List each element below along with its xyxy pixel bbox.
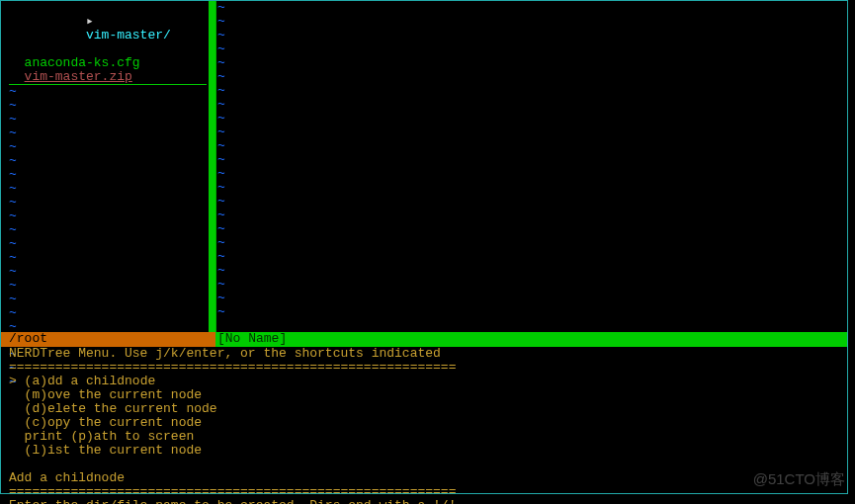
tilde-line: ~: [217, 292, 847, 305]
menu-action-label: Add a childnode: [9, 471, 839, 485]
status-right: [No Name]: [215, 332, 847, 347]
tilde-line: ~: [217, 29, 847, 42]
empty-lines-right: ~~~~~~~~~~~~~~~~~~~~~~~: [217, 1, 847, 319]
tilde-line: ~: [9, 113, 209, 126]
tilde-line: ~: [217, 15, 847, 29]
menu-items[interactable]: (a)dd a childnode(m)ove the current node…: [9, 375, 839, 458]
tilde-line: ~: [9, 279, 209, 293]
menu-item-1[interactable]: (m)ove the current node: [9, 388, 839, 402]
tilde-line: ~: [217, 1, 847, 15]
tree-root-label: vim-master/: [86, 28, 171, 42]
tilde-line: ~: [9, 85, 209, 99]
menu-prompt: Enter the dir/file name to be created. D…: [9, 499, 839, 504]
tilde-line: ~: [9, 237, 209, 251]
tilde-line: ~: [217, 56, 847, 70]
tilde-line: ~: [9, 196, 209, 210]
tilde-line: ~: [9, 154, 209, 168]
status-left: /root: [1, 332, 215, 347]
tilde-line: ~: [9, 168, 209, 182]
split-panes: ▸ vim-master/ anaconda-ks.cfg vim-master…: [1, 1, 847, 332]
tilde-line: ~: [9, 140, 209, 154]
nerdtree-menu: NERDTree Menu. Use j/k/enter, or the sho…: [1, 347, 847, 504]
menu-title: NERDTree Menu. Use j/k/enter, or the sho…: [9, 347, 839, 361]
tilde-line: ~: [217, 153, 847, 167]
tree-collapse-icon: ▸: [86, 14, 94, 29]
menu-item-2[interactable]: (d)elete the current node: [9, 402, 839, 416]
tilde-line: ~: [9, 293, 209, 306]
tilde-line: ~: [217, 305, 847, 319]
tree-file-0[interactable]: anaconda-ks.cfg: [1, 56, 209, 70]
tilde-line: ~: [9, 223, 209, 237]
tilde-line: ~: [217, 222, 847, 236]
menu-item-0[interactable]: (a)dd a childnode: [9, 375, 839, 388]
menu-divider-bottom: ========================================…: [9, 485, 839, 499]
tilde-line: ~: [217, 112, 847, 126]
menu-divider-top: ========================================…: [9, 361, 839, 375]
tilde-line: ~: [217, 236, 847, 250]
tilde-line: ~: [217, 250, 847, 264]
tilde-line: ~: [217, 70, 847, 84]
tilde-line: ~: [217, 181, 847, 195]
tree-file-label: anaconda-ks.cfg: [25, 55, 140, 70]
tilde-line: ~: [9, 99, 209, 113]
tilde-line: ~: [217, 98, 847, 112]
vim-terminal: ▸ vim-master/ anaconda-ks.cfg vim-master…: [0, 0, 848, 494]
tilde-line: ~: [217, 209, 847, 222]
vertical-split-bar[interactable]: [209, 1, 215, 332]
tilde-line: ~: [9, 251, 209, 265]
tilde-line: ~: [9, 182, 209, 196]
tilde-line: ~: [217, 167, 847, 181]
tilde-line: ~: [9, 306, 209, 320]
editor-pane[interactable]: ~~~~~~~~~~~~~~~~~~~~~~~: [215, 1, 847, 332]
tree-file-label: vim-master.zip: [25, 69, 132, 84]
tilde-line: ~: [9, 265, 209, 279]
menu-item-3[interactable]: (c)opy the current node: [9, 416, 839, 430]
menu-item-5[interactable]: (l)ist the current node: [9, 444, 839, 458]
nerdtree-pane[interactable]: ▸ vim-master/ anaconda-ks.cfg vim-master…: [1, 1, 209, 332]
tree-file-1[interactable]: vim-master.zip: [1, 70, 209, 84]
tilde-line: ~: [217, 42, 847, 56]
status-bar: /root [No Name]: [1, 332, 847, 347]
tilde-line: ~: [217, 139, 847, 153]
tilde-line: ~: [217, 126, 847, 139]
tilde-line: ~: [9, 210, 209, 223]
tilde-line: ~: [217, 278, 847, 292]
tree-root-line[interactable]: ▸ vim-master/: [1, 1, 209, 56]
tilde-line: ~: [9, 126, 209, 140]
tilde-line: ~: [217, 195, 847, 209]
tilde-line: ~: [217, 264, 847, 278]
nerdtree-file-list: ▸ vim-master/ anaconda-ks.cfg vim-master…: [1, 1, 209, 85]
tilde-line: ~: [217, 84, 847, 98]
menu-item-4[interactable]: print (p)ath to screen: [9, 430, 839, 444]
